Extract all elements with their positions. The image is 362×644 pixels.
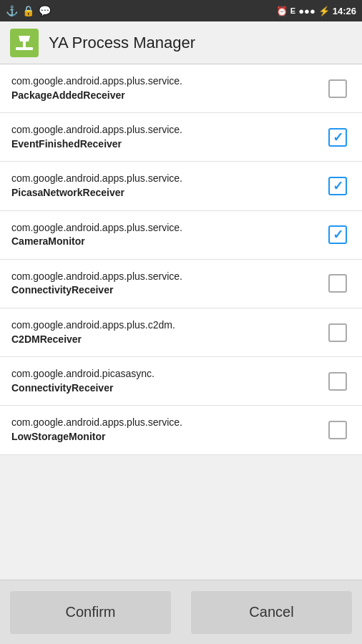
checkbox-checked[interactable]	[328, 225, 347, 244]
list-item-text: com.google.android.apps.plus.service.Low…	[11, 416, 325, 444]
list-item[interactable]: com.google.android.apps.plus.service.Pic…	[0, 162, 362, 210]
list-item[interactable]: com.google.android.apps.plus.service.Low…	[0, 406, 362, 454]
checkbox-empty[interactable]	[328, 79, 347, 98]
svg-marker-2	[19, 36, 30, 42]
signal-icon: ●●●	[298, 6, 315, 16]
list-item-text: com.google.android.apps.plus.service.Pic…	[11, 172, 325, 200]
confirm-button[interactable]: Confirm	[10, 591, 171, 634]
checkbox-checked[interactable]	[328, 177, 347, 195]
checkbox-wrap[interactable]	[325, 369, 351, 394]
title-bar: YA Process Manager	[0, 21, 362, 64]
list-item-text: com.google.android.picasasync.Connectivi…	[11, 367, 325, 395]
checkbox-checked[interactable]	[328, 128, 347, 147]
list-container: com.google.android.apps.plus.service.Pac…	[0, 64, 362, 455]
usb-icon: ⚓	[6, 5, 18, 16]
list-item[interactable]: com.google.android.picasasync.Connectivi…	[0, 357, 362, 406]
list-item[interactable]: com.google.android.apps.plus.service.Eve…	[0, 113, 362, 162]
checkbox-wrap[interactable]	[325, 76, 351, 102]
cancel-button[interactable]: Cancel	[191, 591, 352, 634]
status-bar-right: ⏰ E ●●● ⚡ 14:26	[276, 6, 356, 16]
list-item-text: com.google.android.apps.plus.service.Con…	[11, 270, 325, 298]
process-list[interactable]: com.google.android.apps.plus.service.Pac…	[0, 64, 362, 580]
alarm-icon: ⏰	[276, 6, 288, 16]
button-row: Confirm Cancel	[0, 580, 362, 644]
list-item-text: com.google.android.apps.plus.service.Eve…	[11, 123, 325, 151]
list-item[interactable]: com.google.android.apps.plus.service.Pac…	[0, 64, 362, 113]
checkbox-wrap[interactable]	[325, 173, 351, 199]
battery-icon: ⚡	[318, 6, 330, 16]
checkbox-wrap[interactable]	[325, 270, 351, 296]
checkbox-wrap[interactable]	[325, 125, 351, 150]
status-bar-left: ⚓ 🔒 💬	[6, 5, 51, 16]
list-item[interactable]: com.google.android.apps.plus.service.Con…	[0, 260, 362, 308]
wechat-icon: 💬	[39, 5, 51, 16]
checkbox-wrap[interactable]	[325, 320, 351, 346]
checkbox-empty[interactable]	[328, 274, 347, 293]
list-item[interactable]: com.google.android.apps.plus.service.Cam…	[0, 211, 362, 260]
list-item[interactable]: com.google.android.apps.plus.c2dm.C2DMRe…	[0, 308, 362, 357]
clock: 14:26	[333, 6, 356, 16]
vpn-icon: 🔒	[22, 5, 34, 16]
checkbox-empty[interactable]	[328, 421, 347, 439]
checkbox-empty[interactable]	[328, 323, 347, 342]
status-bar: ⚓ 🔒 💬 ⏰ E ●●● ⚡ 14:26	[0, 0, 362, 21]
content-area: com.google.android.apps.plus.service.Pac…	[0, 64, 362, 644]
checkbox-wrap[interactable]	[325, 417, 351, 443]
list-item-text: com.google.android.apps.plus.c2dm.C2DMRe…	[11, 318, 325, 346]
list-item-text: com.google.android.apps.plus.service.Cam…	[11, 221, 325, 249]
app-icon	[10, 29, 39, 57]
page-title: YA Process Manager	[49, 34, 195, 52]
checkbox-empty[interactable]	[328, 372, 347, 391]
list-item-text: com.google.android.apps.plus.service.Pac…	[11, 74, 325, 102]
data-icon: E	[290, 6, 295, 15]
broom-icon	[14, 33, 34, 53]
checkbox-wrap[interactable]	[325, 222, 351, 248]
